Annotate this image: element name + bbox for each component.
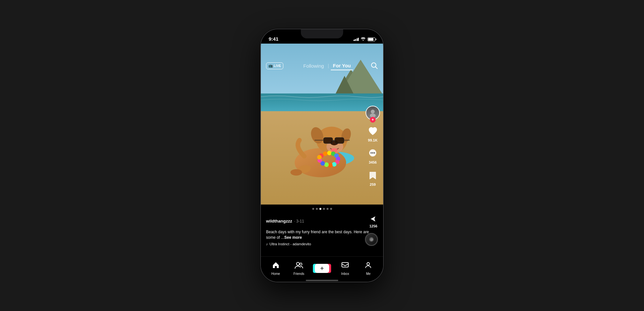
bookmark-button[interactable]: 259 bbox=[366, 169, 379, 186]
follow-button[interactable]: + bbox=[370, 117, 376, 123]
tab-divider: | bbox=[328, 63, 329, 68]
feed-tabs: Following | For You bbox=[301, 61, 353, 70]
notch bbox=[301, 29, 343, 38]
signal-icon bbox=[354, 38, 359, 41]
following-tab[interactable]: Following bbox=[301, 62, 326, 70]
me-nav-item[interactable]: Me bbox=[357, 261, 380, 276]
dot-3 bbox=[319, 208, 321, 210]
friends-label: Friends bbox=[293, 272, 304, 276]
caption-text: Beach days with my furry friend are the … bbox=[266, 229, 378, 240]
friends-nav-item[interactable]: Friends bbox=[287, 261, 310, 276]
music-note-icon: ♪ bbox=[266, 242, 268, 246]
svg-line-2 bbox=[375, 67, 377, 69]
home-icon bbox=[272, 261, 280, 271]
for-you-tab[interactable]: For You bbox=[331, 61, 353, 70]
dot-2 bbox=[316, 208, 318, 210]
inbox-icon bbox=[341, 261, 349, 271]
svg-point-37 bbox=[371, 110, 375, 114]
svg-rect-20 bbox=[335, 138, 344, 143]
bookmark-count: 259 bbox=[370, 183, 376, 186]
svg-point-33 bbox=[324, 162, 329, 167]
search-button[interactable] bbox=[371, 62, 378, 69]
share-count: 1256 bbox=[369, 224, 377, 228]
svg-rect-19 bbox=[324, 138, 333, 143]
friends-icon bbox=[295, 261, 303, 271]
svg-point-26 bbox=[327, 151, 332, 155]
inbox-label: Inbox bbox=[341, 272, 349, 276]
svg-point-32 bbox=[328, 163, 333, 168]
battery-icon bbox=[368, 37, 375, 41]
action-buttons: + 99.1K bbox=[366, 106, 380, 186]
svg-point-25 bbox=[323, 151, 328, 156]
page-indicator bbox=[261, 206, 383, 212]
svg-point-41 bbox=[372, 152, 373, 154]
music-info[interactable]: ♪ Ultra Instinct - adamdevito bbox=[266, 242, 378, 246]
heart-icon bbox=[368, 126, 378, 136]
status-icons bbox=[354, 37, 376, 42]
app-screen: 📺 LIVE Following | For You bbox=[261, 44, 383, 282]
home-indicator-bar bbox=[261, 280, 383, 282]
comment-icon bbox=[368, 148, 378, 158]
tv-icon: 📺 bbox=[268, 64, 273, 68]
comment-button[interactable]: 3456 bbox=[366, 147, 379, 164]
status-time: 9:41 bbox=[269, 36, 278, 42]
post-date: · 3-11 bbox=[294, 219, 304, 223]
svg-point-31 bbox=[332, 162, 337, 167]
home-nav-item[interactable]: Home bbox=[264, 261, 287, 276]
profile-icon bbox=[364, 261, 372, 271]
username[interactable]: wildthangzzz bbox=[266, 219, 292, 223]
bookmark-icon bbox=[368, 170, 378, 180]
phone-frame: 9:41 bbox=[260, 29, 384, 282]
inbox-nav-item[interactable]: Inbox bbox=[334, 261, 357, 276]
svg-point-42 bbox=[374, 152, 375, 154]
user-info: wildthangzzz · 3-11 bbox=[266, 219, 304, 223]
dot-4 bbox=[323, 208, 325, 210]
dot-5 bbox=[327, 208, 329, 210]
share-icon bbox=[369, 214, 378, 223]
creator-avatar-container[interactable]: + bbox=[366, 106, 380, 120]
top-navigation: 📺 LIVE Following | For You bbox=[261, 58, 383, 74]
svg-point-36 bbox=[317, 155, 322, 159]
svg-point-44 bbox=[300, 263, 302, 265]
music-track: Ultra Instinct - adamdevito bbox=[270, 242, 311, 246]
me-label: Me bbox=[366, 272, 370, 276]
dot-6 bbox=[330, 208, 332, 210]
see-more-link[interactable]: See more bbox=[284, 235, 302, 240]
like-count: 99.1K bbox=[368, 138, 377, 142]
caption-section: wildthangzzz · 3-11 1256 Beach days with… bbox=[261, 212, 383, 250]
live-button[interactable]: 📺 LIVE bbox=[266, 62, 283, 69]
search-icon bbox=[371, 62, 378, 69]
svg-point-46 bbox=[367, 263, 369, 265]
add-icon: + bbox=[320, 265, 324, 272]
comment-count: 3456 bbox=[369, 160, 377, 164]
svg-point-0 bbox=[363, 40, 364, 41]
bottom-navigation: Home Friends + bbox=[261, 256, 383, 280]
home-label: Home bbox=[271, 272, 280, 276]
live-label: LIVE bbox=[274, 64, 281, 68]
dot-1 bbox=[312, 208, 314, 210]
svg-point-43 bbox=[296, 262, 299, 265]
wifi-icon bbox=[361, 37, 366, 42]
like-button[interactable]: 99.1K bbox=[366, 125, 379, 142]
add-nav-item[interactable]: + bbox=[310, 264, 333, 273]
svg-point-40 bbox=[370, 152, 372, 154]
share-button[interactable]: 1256 bbox=[369, 214, 378, 228]
svg-rect-45 bbox=[342, 263, 348, 267]
svg-point-12 bbox=[290, 169, 302, 176]
